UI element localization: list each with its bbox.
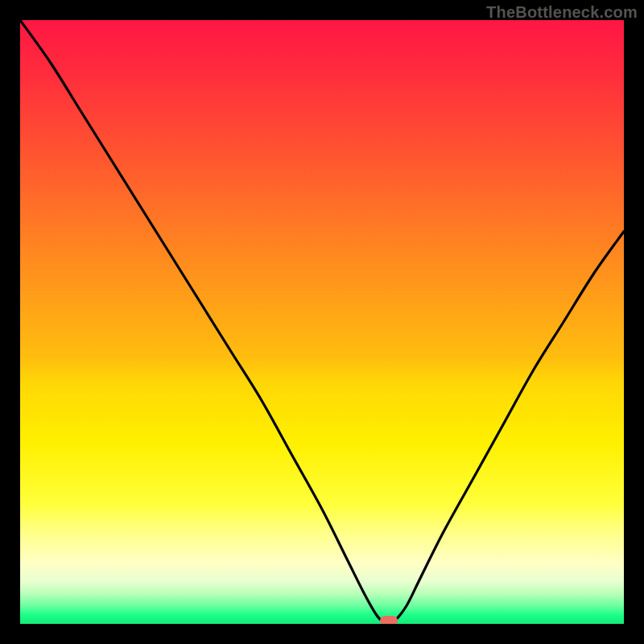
optimal-marker [380,616,398,624]
chart-frame: TheBottleneck.com [0,0,644,644]
watermark-text: TheBottleneck.com [486,3,638,22]
bottleneck-curve [20,20,624,624]
plot-area [20,20,624,624]
